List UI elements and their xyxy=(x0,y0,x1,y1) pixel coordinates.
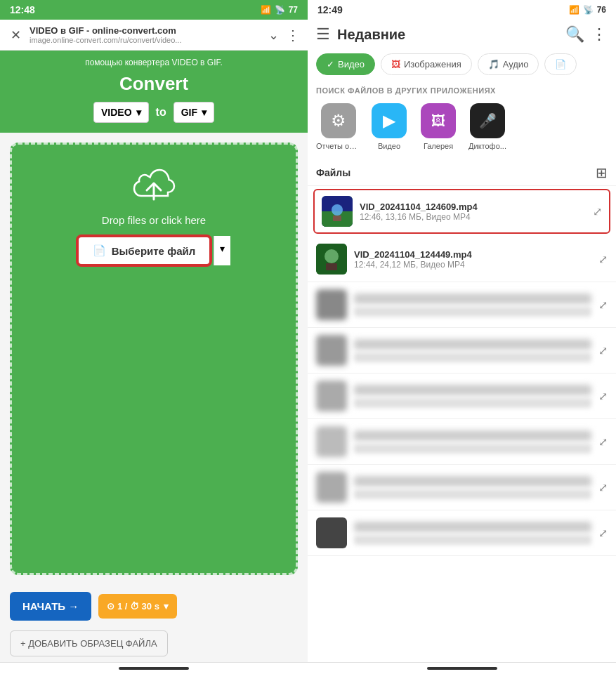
status-icons-left: 📶 📡 77 xyxy=(261,5,298,15)
battery-right: 76 xyxy=(597,5,606,15)
choose-file-label: Выберите файл xyxy=(112,245,196,257)
top-bar-right: ☰ Недавние 🔍 ⋮ xyxy=(308,20,616,49)
app-item-video[interactable]: ▶ Видео xyxy=(368,103,410,150)
expand-icon-2[interactable]: ⤢ xyxy=(598,253,608,266)
tab-video-label: Видео xyxy=(338,59,365,70)
wifi-icon: 📡 xyxy=(275,5,285,15)
file-thumb-2 xyxy=(316,244,347,275)
choose-file-button[interactable]: 📄 Выберите файл xyxy=(77,236,211,265)
grid-view-icon[interactable]: ⊞ xyxy=(596,164,608,181)
signal-icon: 📶 xyxy=(261,5,271,15)
gallery-icon: 🖼 xyxy=(421,103,456,138)
from-chevron-icon: ▾ xyxy=(136,107,141,118)
file-list: VID_20241104_124609.mp4 12:46, 13,16 МБ,… xyxy=(308,185,616,662)
search-icon[interactable]: 🔍 xyxy=(565,25,584,44)
file-item-5[interactable]: ██████████████████████ ████████████ ⤢ xyxy=(308,374,616,419)
from-label: VIDEO xyxy=(101,107,132,118)
file-item-1[interactable]: VID_20241104_124609.mp4 12:46, 13,16 МБ,… xyxy=(313,189,610,234)
expand-icon-3[interactable]: ⤢ xyxy=(598,298,608,312)
expand-icon-5[interactable]: ⤢ xyxy=(598,390,608,403)
status-bar-left: 12:48 📶 📡 77 xyxy=(0,0,308,20)
tab-audio-label: Аудио xyxy=(503,59,529,70)
file-thumb-5 xyxy=(316,381,347,411)
file-thumb-4 xyxy=(316,335,347,366)
from-select[interactable]: VIDEO ▾ xyxy=(93,102,149,123)
options-button[interactable]: ⊙ 1 / ⏱ 30 s ▾ xyxy=(98,594,177,619)
start-label: НАЧАТЬ → xyxy=(22,600,79,612)
choose-file-row: 📄 Выберите файл ▾ xyxy=(77,236,231,265)
file-item-6[interactable]: ██████████████████████ ████████████ ⤢ xyxy=(308,419,616,465)
expand-icon-1[interactable]: ⤢ xyxy=(593,205,602,218)
file-thumb-6 xyxy=(316,426,347,457)
file-item-2[interactable]: VID_20241104_124449.mp4 12:44, 24,12 МБ,… xyxy=(308,237,616,282)
file-meta-1: 12:46, 13,16 МБ, Видео MP4 xyxy=(360,212,586,222)
file-thumb-3 xyxy=(316,289,347,320)
browser-more-icon[interactable]: ⋮ xyxy=(286,27,301,44)
hamburger-icon[interactable]: ☰ xyxy=(316,25,330,44)
file-item-8[interactable]: ██████████████████████ ████████████ ⤢ xyxy=(308,510,616,556)
filter-tab-more[interactable]: 📄 xyxy=(544,53,577,75)
banner-text: помощью конвертера VIDEO в GIF. xyxy=(10,58,298,67)
chevron-down-icon[interactable]: ⌄ xyxy=(268,27,279,43)
search-in-apps-label: ПОИСК ФАЙЛОВ В ДРУГИХ ПРИЛОЖЕНИЯХ xyxy=(308,79,616,98)
file-name-5: ██████████████████████ xyxy=(354,385,591,395)
upload-area[interactable]: Drop files or click here 📄 Выберите файл… xyxy=(10,143,298,575)
browser-title: VIDEO в GIF - online-convert.com xyxy=(30,25,263,36)
expand-icon-4[interactable]: ⤢ xyxy=(598,344,608,357)
app-item-recorder[interactable]: 🎤 Диктофо... xyxy=(466,103,509,150)
files-header: Файлы ⊞ xyxy=(308,160,616,185)
svg-point-6 xyxy=(325,249,339,263)
more-options-icon[interactable]: ⋮ xyxy=(591,25,608,44)
time-right: 12:49 xyxy=(317,4,343,15)
recorder-label: Диктофо... xyxy=(468,142,506,150)
file-item-3[interactable]: ██████████████████████ ████████████ ⤢ xyxy=(308,282,616,328)
choose-file-arrow-button[interactable]: ▾ xyxy=(214,236,230,265)
add-sample-button[interactable]: + ДОБАВИТЬ ОБРАЗЕЦ ФАЙЛА xyxy=(10,630,168,656)
filter-tab-video[interactable]: ✓ Видео xyxy=(316,53,375,75)
signal-icon-right: 📶 xyxy=(569,5,579,15)
crash-reports-label: Отчеты об оши... xyxy=(316,142,361,150)
file-meta-4: ████████████ xyxy=(354,352,591,362)
filter-tab-images[interactable]: 🖼 Изображения xyxy=(381,53,472,75)
browser-info: VIDEO в GIF - online-convert.com image.o… xyxy=(30,25,263,44)
file-info-1: VID_20241104_124609.mp4 12:46, 13,16 МБ,… xyxy=(360,201,586,222)
doc-tab-icon: 📄 xyxy=(555,59,566,70)
app-item-crash-reports[interactable]: ⚙ Отчеты об оши... xyxy=(316,103,361,150)
file-meta-6: ████████████ xyxy=(354,444,591,454)
options-label: ⊙ 1 / ⏱ 30 s xyxy=(107,601,159,612)
file-info-5: ██████████████████████ ████████████ xyxy=(354,385,591,408)
filter-tab-audio[interactable]: 🎵 Аудио xyxy=(478,53,539,75)
expand-icon-8[interactable]: ⤢ xyxy=(598,527,608,540)
to-label: to xyxy=(156,106,166,119)
file-meta-5: ████████████ xyxy=(354,398,591,408)
cloud-upload-icon xyxy=(129,166,178,204)
file-name-4: ██████████████████████ xyxy=(354,339,591,350)
filter-tabs: ✓ Видео 🖼 Изображения 🎵 Аудио 📄 xyxy=(308,49,616,79)
browser-close-button[interactable]: ✕ xyxy=(7,27,24,44)
start-button[interactable]: НАЧАТЬ → xyxy=(10,592,91,621)
to-gif-label: GIF xyxy=(181,107,197,118)
app-item-gallery[interactable]: 🖼 Галерея xyxy=(417,103,459,150)
svg-rect-4 xyxy=(333,216,341,221)
browser-url: image.online-convert.com/ru/convert/vide… xyxy=(30,36,263,44)
expand-icon-7[interactable]: ⤢ xyxy=(598,481,608,494)
drop-text: Drop files or click here xyxy=(102,214,206,226)
to-select[interactable]: GIF ▾ xyxy=(173,102,214,123)
file-name-6: ██████████████████████ xyxy=(354,430,591,441)
file-item-7[interactable]: ██████████████████████ ████████████ ⤢ xyxy=(308,465,616,510)
file-info-7: ██████████████████████ ████████████ xyxy=(354,476,591,499)
file-info-8: ██████████████████████ ████████████ xyxy=(354,522,591,545)
file-thumb-7 xyxy=(316,472,347,503)
nav-bar-right xyxy=(308,662,616,674)
video-app-icon: ▶ xyxy=(372,103,407,138)
files-label: Файлы xyxy=(316,167,350,178)
main-content: Drop files or click here 📄 Выберите файл… xyxy=(0,133,308,585)
convert-title: Convert xyxy=(10,73,298,95)
recorder-icon: 🎤 xyxy=(470,103,505,138)
file-item-4[interactable]: ██████████████████████ ████████████ ⤢ xyxy=(308,328,616,374)
nav-indicator-left xyxy=(119,667,189,670)
gif-chevron-icon: ▾ xyxy=(202,107,207,118)
file-meta-2: 12:44, 24,12 МБ, Видео MP4 xyxy=(354,260,591,270)
nav-bar-left xyxy=(0,662,308,674)
expand-icon-6[interactable]: ⤢ xyxy=(598,435,608,449)
